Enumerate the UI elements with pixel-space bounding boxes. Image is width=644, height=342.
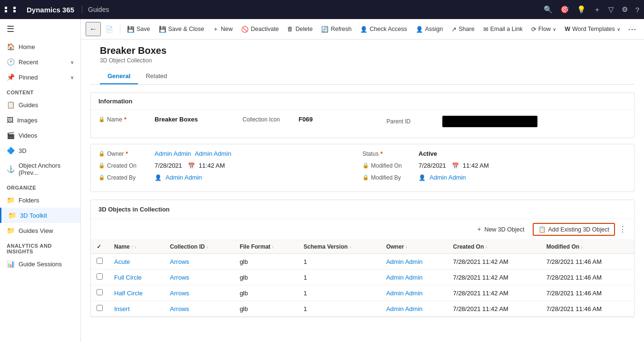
created-on-calendar-icon[interactable]: 📅 [188,162,195,169]
name-sort[interactable]: Name ↑ ↓ [114,243,137,250]
check-access-button[interactable]: 👤 Check Access [356,23,411,35]
owner-sort[interactable]: Owner ↓ [386,243,408,250]
assign-icon: 👤 [416,26,423,33]
flow-button[interactable]: ⟳ Flow ∨ [527,23,560,35]
app-launcher-icon[interactable] [5,7,21,12]
sidebar-item-guide-sessions[interactable]: 📊 Guide Sessions [0,256,80,272]
row-name-link[interactable]: Full Circle [114,274,142,281]
modified-by-value[interactable]: Admin Admin [429,174,466,181]
sidebar-item-3d[interactable]: 🔷 3D [0,143,80,158]
new-label: New [221,26,233,32]
3d-icon: 🔷 [7,147,15,154]
table-header-row: ✓ Name ↑ ↓ Collection ID ↓ [91,240,634,254]
more-options-button[interactable]: ⋯ [625,22,639,36]
row-check[interactable] [91,285,108,301]
help-icon[interactable]: ? [635,6,639,14]
created-by-value[interactable]: Admin Admin [166,174,202,181]
sidebar-item-recent[interactable]: 🕐 Recent ∨ [0,54,80,70]
sidebar-item-folders[interactable]: 📁 Folders [0,192,80,208]
owner-value-name[interactable]: Admin Admin [195,150,232,157]
row-owner-link[interactable]: Admin Admin [386,290,423,297]
row-owner-link[interactable]: Admin Admin [386,258,423,265]
save-close-button[interactable]: 💾 Save & Close [155,23,208,35]
save-button[interactable]: 💾 Save [123,23,154,35]
th-name[interactable]: Name ↑ ↓ [108,240,164,254]
search-icon[interactable]: 🔍 [544,5,553,14]
created-on-sort[interactable]: Created On ↓ [453,243,488,250]
add-icon[interactable]: ＋ [594,5,601,14]
save-close-icon: 💾 [159,26,166,33]
settings-icon[interactable]: ⚙ [622,5,628,14]
th-created-on[interactable]: Created On ↓ [448,240,541,254]
word-templates-button[interactable]: W Word Templates ∨ [561,23,624,35]
row-owner-link[interactable]: Admin Admin [386,305,423,312]
row-checkbox-0[interactable] [97,258,103,264]
record-tabs: General Related [90,69,634,85]
delete-button[interactable]: 🗑 Delete [283,23,316,35]
th-file-format[interactable]: File Format ↓ [234,240,298,254]
tab-general[interactable]: General [100,69,138,84]
deactivate-button[interactable]: 🚫 Deactivate [237,23,283,35]
refresh-button[interactable]: 🔄 Refresh [317,23,355,35]
row-file-format: glb [234,270,298,285]
sidebar-item-pinned[interactable]: 📌 Pinned ∨ [0,70,80,85]
file-format-sort[interactable]: File Format ↓ [240,243,274,250]
sidebar-hamburger[interactable]: ☰ [0,19,80,39]
owner-value[interactable]: Admin Admin [155,150,191,157]
sidebar-item-guides[interactable]: 📋 Guides [0,97,80,112]
modified-on-sort[interactable]: Modified On ↓ [546,243,583,250]
tab-related[interactable]: Related [138,69,175,84]
table-row: Insert Arrows glb 1 Admin Admin 7/28/202… [91,301,634,317]
assign-button[interactable]: 👤 Assign [412,23,447,35]
filter-icon[interactable]: ▽ [608,5,614,14]
row-check[interactable] [91,254,108,270]
row-name-link[interactable]: Half Circle [114,290,143,297]
sidebar-item-guides-view[interactable]: 📁 Guides View [0,223,80,238]
email-link-button[interactable]: ✉ Email a Link [479,23,527,35]
collection-id-sort[interactable]: Collection ID ↓ [170,243,208,250]
email-link-label: Email a Link [490,26,523,32]
row-collection-id-link[interactable]: Arrows [170,258,189,265]
sidebar-videos-label: Videos [19,132,38,139]
new-3d-object-button[interactable]: ＋ New 3D Object [471,223,529,236]
modified-on-calendar-icon[interactable]: 📅 [452,162,459,169]
th-schema-version[interactable]: Schema Version ↓ [298,240,381,254]
top-nav-right: 🔍 🎯 💡 ＋ ▽ ⚙ ? [544,5,639,14]
row-name-link[interactable]: Insert [114,305,130,312]
guides-icon: 📋 [7,101,15,109]
sidebar-item-images[interactable]: 🖼 Images [0,112,80,128]
back-button[interactable]: ← [86,22,101,36]
lightbulb-icon[interactable]: 💡 [577,5,586,14]
row-checkbox-3[interactable] [97,305,103,311]
row-collection-id-link[interactable]: Arrows [170,305,189,312]
sidebar-item-object-anchors[interactable]: ⚓ Object Anchors (Prev... [0,158,80,180]
record-title: Breaker Boxes [100,45,625,56]
target-icon[interactable]: 🎯 [560,5,569,14]
th-collection-id[interactable]: Collection ID ↓ [164,240,234,254]
row-check[interactable] [91,301,108,317]
row-collection-id: Arrows [164,254,234,270]
row-checkbox-1[interactable] [97,273,103,280]
row-check[interactable] [91,270,108,285]
row-name-link[interactable]: Acute [114,258,130,265]
record-header: Breaker Boxes 3D Object Collection [90,40,634,64]
new-button[interactable]: ＋ New [209,23,236,36]
collection-more-icon[interactable]: ⋮ [619,225,626,234]
th-owner[interactable]: Owner ↓ [381,240,448,254]
new-icon: ＋ [213,25,219,33]
row-collection-id-link[interactable]: Arrows [170,274,189,281]
name-label: 🔒 Name * [98,116,151,123]
name-required: * [124,116,127,123]
add-existing-3d-object-button[interactable]: 📋 Add Existing 3D Object [533,223,615,236]
row-collection-id-link[interactable]: Arrows [170,290,189,297]
sidebar-item-3d-toolkit[interactable]: 📁 3D Toolkit [0,208,80,223]
sidebar-item-home[interactable]: 🏠 Home [0,39,80,54]
row-collection-id: Arrows [164,285,234,301]
row-checkbox-2[interactable] [97,289,103,295]
th-modified-on[interactable]: Modified On ↓ [541,240,634,254]
row-owner-link[interactable]: Admin Admin [386,274,423,281]
share-button[interactable]: ↗ Share [448,23,478,35]
sidebar-item-videos[interactable]: 🎬 Videos [0,128,80,143]
schema-version-sort[interactable]: Schema Version ↓ [303,243,351,250]
row-owner: Admin Admin [381,301,448,317]
